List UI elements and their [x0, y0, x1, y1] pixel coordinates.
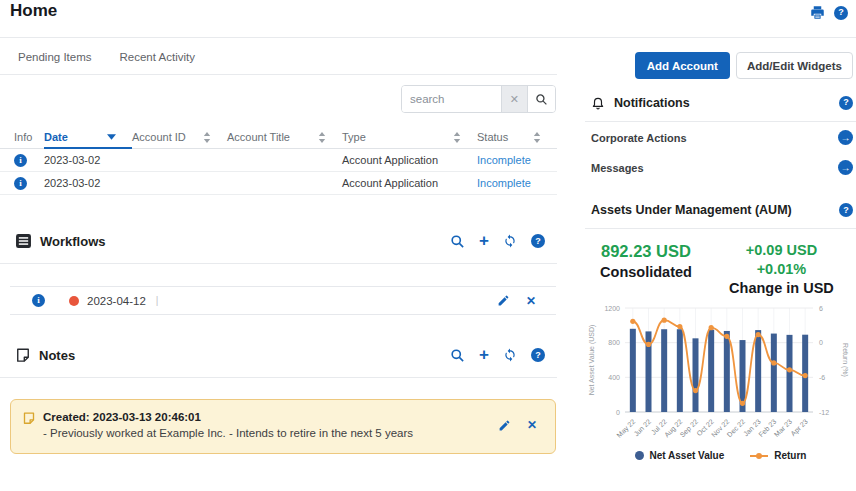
aum-chart: 04008001200-12-606May 22Jun 22Jul 22Aug … [585, 300, 856, 461]
info-icon[interactable]: i [32, 294, 45, 307]
cell-type: Account Application [342, 154, 477, 166]
table-row: i 2023-03-02 Account Application Incompl… [0, 172, 557, 195]
arrow-right-icon[interactable]: → [838, 130, 853, 145]
status-link[interactable]: Incomplete [477, 154, 557, 166]
notes-help-icon[interactable]: ? [531, 348, 545, 362]
workflow-date: 2023-04-12 [87, 295, 146, 307]
add-edit-widgets-button[interactable]: Add/Edit Widgets [736, 52, 853, 79]
workflow-row: i 2023-04-12 | ✕ [10, 286, 556, 315]
notes-icon [16, 348, 30, 362]
close-icon[interactable]: ✕ [527, 418, 537, 432]
svg-text:Return (%): Return (%) [841, 343, 849, 377]
svg-text:400: 400 [608, 374, 620, 381]
sort-icon [318, 132, 326, 143]
column-header-account-title[interactable]: Account Title [227, 126, 342, 148]
column-header-date[interactable]: Date [44, 127, 132, 149]
aum-change-caption: Change in USD [707, 280, 856, 296]
add-icon[interactable]: + [479, 231, 489, 251]
nav-return-chart: 04008001200-12-606May 22Jun 22Jul 22Aug … [585, 300, 853, 450]
aum-value-caption: Consolidated [585, 264, 707, 280]
legend-label: Net Asset Value [650, 450, 725, 461]
cell-date: 2023-03-02 [44, 154, 132, 166]
column-header-type[interactable]: Type [342, 126, 477, 148]
aum-change-percent: +0.01% [707, 261, 856, 277]
column-header-status[interactable]: Status [477, 126, 557, 148]
bar-series-icon [635, 451, 644, 460]
status-link[interactable]: Incomplete [477, 177, 557, 189]
note-body: - Previously worked at Example Inc. - In… [43, 427, 413, 439]
svg-text:-12: -12 [819, 409, 829, 416]
aum-widget: Assets Under Management (AUM) ? 892.23 U… [585, 203, 856, 461]
search-icon[interactable] [450, 234, 465, 249]
alert-dot-icon [69, 296, 79, 306]
svg-text:1200: 1200 [604, 305, 620, 312]
pending-items-panel: Pending Items Recent Activity ✕ Info Dat… [0, 38, 557, 454]
close-icon[interactable]: ✕ [526, 294, 536, 308]
caret-down-icon [107, 134, 116, 140]
svg-text:800: 800 [608, 339, 620, 346]
sort-icon [453, 132, 461, 143]
workflows-help-icon[interactable]: ? [531, 234, 545, 248]
workflows-header: Workflows + ? [0, 231, 557, 264]
search-button[interactable] [527, 86, 555, 112]
svg-text:-6: -6 [819, 374, 825, 381]
notification-item-messages[interactable]: Messages → [585, 152, 856, 182]
page-help-icon[interactable]: ? [834, 6, 848, 20]
line-series-icon [750, 452, 768, 459]
search-row: ✕ [0, 75, 557, 119]
info-icon[interactable]: i [14, 177, 27, 190]
search-icon[interactable] [450, 348, 465, 363]
svg-text:May 22: May 22 [615, 418, 637, 440]
edit-icon[interactable] [498, 419, 511, 432]
legend-label: Return [774, 450, 806, 461]
legend-net-asset-value[interactable]: Net Asset Value [635, 450, 725, 461]
arrow-right-icon[interactable]: → [838, 160, 853, 175]
widgets-column: Add Account Add/Edit Widgets Notificatio… [585, 38, 856, 461]
bell-icon [591, 95, 605, 110]
aum-summary: 892.23 USD Consolidated +0.09 USD +0.01%… [585, 229, 856, 298]
notification-item-corporate-actions[interactable]: Corporate Actions → [585, 122, 856, 152]
aum-title: Assets Under Management (AUM) [591, 203, 792, 217]
edit-icon[interactable] [497, 294, 510, 307]
topbar-icons: ? [810, 5, 848, 20]
page-title: Home [10, 1, 57, 21]
svg-text:0: 0 [819, 339, 823, 346]
info-icon[interactable]: i [14, 154, 27, 167]
tab-bar: Pending Items Recent Activity [0, 38, 557, 75]
tab-pending-items[interactable]: Pending Items [18, 51, 92, 63]
notifications-title: Notifications [614, 96, 690, 110]
clear-search-button[interactable]: ✕ [501, 86, 527, 112]
refresh-icon[interactable] [503, 348, 517, 362]
workflow-separator: | [156, 295, 159, 306]
refresh-icon[interactable] [503, 234, 517, 248]
legend-return[interactable]: Return [750, 450, 806, 461]
tab-recent-activity[interactable]: Recent Activity [120, 51, 195, 63]
chart-legend: Net Asset Value Return [585, 450, 856, 461]
note-created: Created: 2023-03-13 20:46:01 [43, 411, 413, 423]
aum-value: 892.23 USD [585, 242, 707, 261]
account-actions: Add Account Add/Edit Widgets [585, 38, 856, 79]
add-icon[interactable]: + [479, 345, 489, 365]
notifications-help-icon[interactable]: ? [839, 96, 853, 110]
svg-text:Apr 23: Apr 23 [789, 418, 809, 438]
sort-icon [203, 132, 211, 143]
cell-date: 2023-03-02 [44, 177, 132, 189]
search-box: ✕ [401, 85, 556, 113]
add-account-button[interactable]: Add Account [635, 52, 730, 79]
print-icon[interactable] [810, 5, 825, 20]
table-header: Info Date Account ID Account Title Type … [0, 126, 557, 149]
notification-label: Corporate Actions [591, 132, 687, 144]
note-icon [23, 412, 35, 424]
notes-title: Notes [39, 348, 75, 363]
column-header-account-id[interactable]: Account ID [132, 126, 227, 148]
aum-change-value: +0.09 USD [707, 242, 856, 258]
sort-icon [533, 132, 541, 143]
search-input[interactable] [402, 86, 501, 112]
workflows-title: Workflows [40, 234, 106, 249]
notifications-widget: Notifications ? Corporate Actions → Mess… [585, 95, 856, 182]
svg-text:Jun 22: Jun 22 [632, 418, 652, 438]
search-icon [535, 93, 548, 106]
column-header-info: Info [14, 126, 44, 148]
table-row: i 2023-03-02 Account Application Incompl… [0, 149, 557, 172]
aum-help-icon[interactable]: ? [839, 203, 853, 217]
